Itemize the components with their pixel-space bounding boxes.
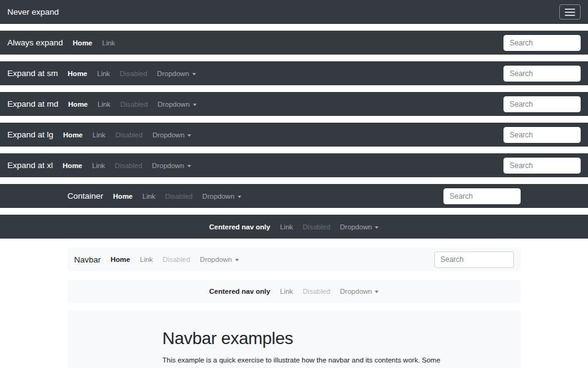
caret-down-icon [235, 259, 239, 261]
search-input[interactable] [503, 127, 581, 143]
nav-link-home[interactable]: Home [58, 162, 87, 169]
nav-link-disabled: Disabled [160, 193, 198, 200]
nav-link-home[interactable]: Home [63, 101, 92, 108]
navbar-brand[interactable]: Expand at lg [7, 130, 53, 139]
navbar-container: Container Home Link Disabled Dropdown [0, 184, 588, 208]
nav-link-dropdown[interactable]: Dropdown [195, 256, 243, 263]
nav-links: Home Link Disabled Dropdown [58, 131, 196, 139]
jumbotron-content: Navbar examples This example is a quick … [162, 329, 432, 368]
nav-link-dropdown[interactable]: Dropdown [335, 223, 383, 231]
navbar-expand-at-sm: Expand at sm Home Link Disabled Dropdown [0, 61, 588, 85]
lead-line-1: This example is a quick exercise to illu… [162, 355, 432, 366]
navbar-always-expand: Always expand Home Link [0, 31, 588, 55]
nav-link-link[interactable]: Link [97, 39, 120, 47]
navbar-centered-light: Centered nav only Link Disabled Dropdown [67, 280, 521, 303]
navbar-toggler-button[interactable] [559, 4, 581, 20]
jumbotron: Navbar examples This example is a quick … [67, 310, 521, 368]
nav-link-link[interactable]: Link [87, 162, 110, 169]
nav-link-dropdown[interactable]: Dropdown [148, 131, 196, 139]
navbar-centered-dark: Centered nav only Link Disabled Dropdown [0, 215, 588, 239]
navbar-brand[interactable]: Expand at md [7, 99, 58, 109]
nav-link-centered-nav-only[interactable]: Centered nav only [205, 288, 276, 295]
nav-link-link[interactable]: Link [92, 101, 115, 108]
nav-links: Centered nav only Link Disabled Dropdown [205, 223, 384, 231]
nav-link-home[interactable]: Home [68, 39, 97, 47]
navbar-brand[interactable]: Always expand [7, 38, 63, 47]
navbar-light: Navbar Home Link Disabled Dropdown [67, 248, 521, 271]
nav-link-disabled: Disabled [115, 70, 153, 77]
nav-link-disabled: Disabled [298, 223, 335, 231]
nav-link-disabled: Disabled [158, 256, 195, 263]
search-input[interactable] [503, 158, 581, 174]
nav-link-home[interactable]: Home [63, 70, 92, 77]
nav-link-disabled: Disabled [298, 288, 335, 295]
nav-links: Centered nav only Link Disabled Dropdown [205, 288, 384, 295]
nav-link-link[interactable]: Link [92, 70, 115, 77]
search-input[interactable] [503, 66, 581, 82]
nav-links: Home Link [68, 39, 120, 47]
nav-link-link[interactable]: Link [135, 256, 157, 263]
page-title: Navbar examples [162, 329, 432, 348]
navbar-brand[interactable]: Expand at xl [7, 161, 53, 170]
nav-links: Home Link Disabled Dropdown [108, 193, 246, 200]
caret-down-icon [192, 73, 196, 75]
main-container: Navbar Home Link Disabled Dropdown Cente… [67, 248, 521, 368]
search-input[interactable] [503, 96, 581, 112]
nav-link-link[interactable]: Link [138, 193, 160, 200]
navbar-brand[interactable]: Container [67, 191, 104, 201]
navbar-container-inner: Container Home Link Disabled Dropdown [67, 188, 521, 204]
navbar-brand[interactable]: Expand at sm [7, 69, 58, 78]
search-input[interactable] [434, 251, 514, 268]
navbar-brand[interactable]: Navbar [74, 255, 101, 264]
search-input[interactable] [503, 35, 581, 51]
navbar-expand-at-md: Expand at md Home Link Disabled Dropdown [0, 92, 588, 116]
caret-down-icon [375, 226, 379, 229]
nav-link-dropdown[interactable]: Dropdown [197, 193, 246, 200]
navbar-never-expand: Never expand [0, 0, 588, 24]
navbar-expand-at-lg: Expand at lg Home Link Disabled Dropdown [0, 123, 588, 147]
lead-line-2: navbars extend the width of the viewport… [162, 366, 432, 368]
nav-links: Home Link Disabled Dropdown [63, 101, 201, 108]
nav-link-disabled: Disabled [110, 162, 147, 169]
nav-link-link[interactable]: Link [275, 288, 298, 295]
nav-link-disabled: Disabled [115, 101, 153, 108]
nav-links: Home Link Disabled Dropdown [106, 256, 244, 263]
lead-paragraph: This example is a quick exercise to illu… [162, 355, 432, 368]
navbar-expand-at-xl: Expand at xl Home Link Disabled Dropdown [0, 153, 588, 177]
nav-link-centered-nav-only[interactable]: Centered nav only [205, 223, 276, 231]
caret-down-icon [375, 291, 379, 293]
caret-down-icon [187, 134, 191, 137]
caret-down-icon [187, 165, 191, 167]
nav-link-link[interactable]: Link [275, 223, 298, 231]
nav-link-dropdown[interactable]: Dropdown [152, 70, 200, 77]
nav-links: Home Link Disabled Dropdown [63, 70, 201, 77]
caret-down-icon [193, 104, 197, 106]
search-input[interactable] [443, 188, 521, 204]
nav-link-dropdown[interactable]: Dropdown [147, 162, 195, 169]
nav-link-dropdown[interactable]: Dropdown [153, 101, 201, 108]
nav-link-link[interactable]: Link [88, 131, 110, 139]
nav-link-home[interactable]: Home [58, 131, 88, 139]
caret-down-icon [238, 196, 241, 198]
nav-link-home[interactable]: Home [108, 193, 138, 200]
nav-link-dropdown[interactable]: Dropdown [335, 288, 383, 295]
nav-link-disabled: Disabled [110, 131, 148, 139]
nav-links: Home Link Disabled Dropdown [58, 162, 195, 169]
nav-link-home[interactable]: Home [106, 256, 135, 263]
navbar-brand[interactable]: Never expand [7, 7, 59, 17]
